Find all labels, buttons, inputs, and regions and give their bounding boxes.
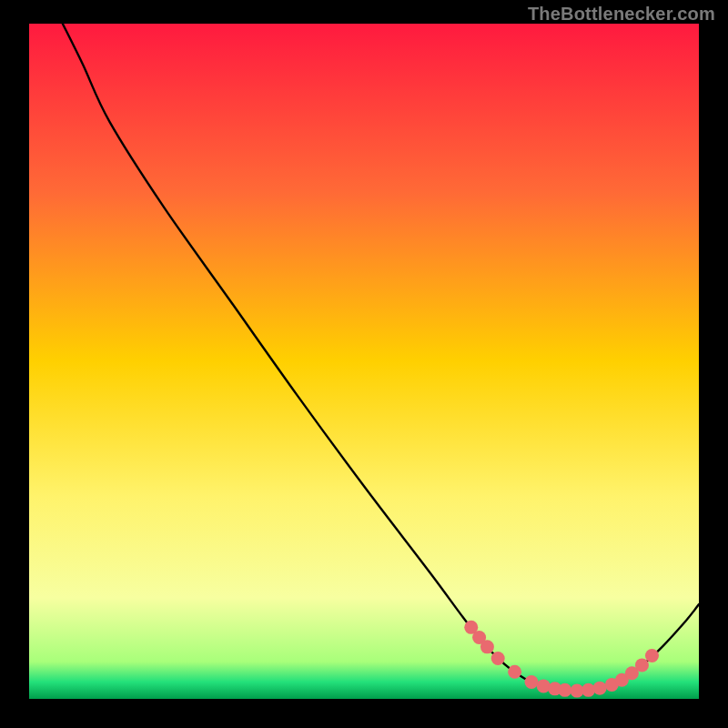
highlight-dot xyxy=(525,675,539,689)
chart-svg xyxy=(0,0,728,728)
highlight-dot xyxy=(581,683,595,697)
highlight-dot xyxy=(480,640,494,653)
highlight-dot xyxy=(593,682,607,695)
plot-background xyxy=(29,24,699,699)
highlight-dot xyxy=(508,665,521,679)
highlight-dot xyxy=(645,649,659,662)
highlight-dot xyxy=(558,683,571,697)
chart-stage: TheBottlenecker.com xyxy=(0,0,728,728)
highlight-dot xyxy=(537,679,551,693)
highlight-dot xyxy=(491,652,505,665)
watermark-text: TheBottlenecker.com xyxy=(528,4,715,25)
highlight-dot xyxy=(635,658,649,672)
